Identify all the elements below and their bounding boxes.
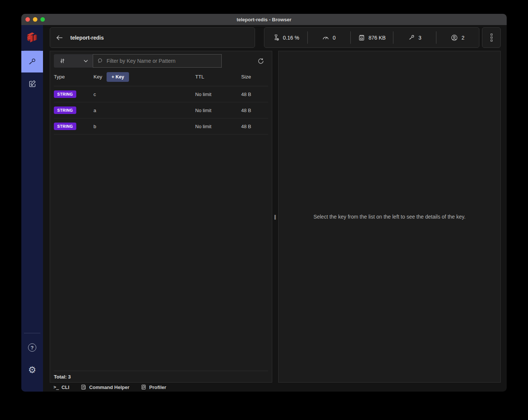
redisinsight-logo[interactable] (25, 30, 39, 45)
key-ttl: No limit (195, 92, 241, 97)
profiler-toggle[interactable]: Profiler (141, 384, 166, 390)
refresh-icon (257, 58, 264, 65)
key-ttl: No limit (195, 124, 241, 129)
key-row[interactable]: STRING c No limit 48 B (54, 86, 268, 102)
instance-title-box: teleport-redis (50, 27, 255, 48)
titlebar: teleport-redis - Browser (21, 14, 507, 25)
empty-selection-message: Select the key from the list on the left… (313, 214, 466, 220)
commands-gauge-icon (322, 34, 329, 41)
key-details-panel: Select the key from the list on the left… (278, 51, 501, 383)
key-size: 48 B (241, 108, 268, 113)
database-stats: 0.16 % 0 (264, 27, 479, 48)
key-type-badge: STRING (54, 106, 76, 114)
redis-logo-icon (25, 31, 39, 45)
chevron-down-icon (83, 59, 88, 64)
sidebar-bottom-divider (24, 333, 40, 333)
total-keys-icon (408, 34, 415, 41)
search-placeholder: Filter by Key Name or Pattern (107, 58, 175, 64)
drag-handle-icon: ∥ (274, 214, 277, 220)
cli-toggle[interactable]: >_ CLI (53, 385, 69, 390)
instance-header: teleport-redis 0.16 % (50, 27, 501, 48)
key-ttl: No limit (195, 108, 241, 113)
column-header-size[interactable]: Size (241, 74, 268, 80)
key-size: 48 B (241, 92, 268, 97)
command-helper-toggle[interactable]: Command Helper (80, 384, 129, 390)
bottom-toolbar: >_ CLI Command Helper (50, 383, 501, 392)
key-row[interactable]: STRING a No limit 48 B (54, 102, 268, 118)
sidebar-item-settings[interactable]: ⚙ (21, 359, 43, 381)
more-options-menu-button[interactable] (482, 27, 501, 48)
key-name: a (93, 108, 195, 113)
gear-icon: ⚙ (28, 365, 36, 374)
memory-icon (358, 34, 365, 41)
column-header-key[interactable]: Key (93, 74, 102, 80)
add-key-button[interactable]: + Key (107, 72, 129, 82)
key-name: c (93, 92, 195, 97)
key-search-input[interactable]: Filter by Key Name or Pattern (93, 54, 222, 68)
key-type-filter-dropdown[interactable] (54, 54, 93, 68)
panel-resize-handle[interactable]: ∥ (272, 51, 278, 383)
column-header-type[interactable]: Type (54, 74, 93, 80)
sidebar: ? ⚙ (21, 25, 43, 392)
key-name: b (93, 124, 195, 129)
key-row[interactable]: STRING b No limit 48 B (54, 118, 268, 135)
filter-sliders-icon (59, 58, 66, 64)
keys-table-header: Type Key + Key TTL Size (54, 68, 268, 86)
connected-clients-icon (451, 34, 458, 41)
sidebar-item-workbench[interactable] (21, 72, 43, 94)
cli-icon: >_ (53, 385, 59, 390)
profiler-icon (141, 384, 147, 390)
keys-list-panel: Filter by Key Name or Pattern Type (50, 51, 272, 383)
key-size: 48 B (241, 124, 268, 129)
edit-icon (28, 79, 37, 88)
column-header-ttl[interactable]: TTL (195, 74, 241, 80)
search-icon (97, 58, 104, 64)
traffic-lights (25, 17, 45, 22)
cpu-usage-icon (273, 34, 280, 41)
help-icon: ? (28, 343, 36, 352)
zoom-window-button[interactable] (40, 17, 45, 22)
window-title: teleport-redis - Browser (237, 17, 292, 22)
sidebar-item-help[interactable]: ? (21, 336, 43, 359)
keys-total-count: Total: 3 (54, 374, 71, 380)
kebab-menu-icon (491, 34, 492, 35)
stat-connected-clients[interactable]: 2 (436, 28, 479, 47)
keys-filter-bar: Filter by Key Name or Pattern (54, 54, 268, 68)
stat-commands-per-sec[interactable]: 0 (307, 28, 350, 47)
stat-total-keys[interactable]: 3 (393, 28, 436, 47)
command-helper-icon (80, 384, 86, 390)
key-type-badge: STRING (54, 123, 76, 130)
minimize-window-button[interactable] (33, 17, 37, 22)
close-window-button[interactable] (25, 17, 30, 22)
key-icon (27, 57, 37, 67)
stat-cpu[interactable]: 0.16 % (264, 28, 307, 47)
refresh-keys-button[interactable] (253, 54, 268, 68)
app-window: teleport-redis - Browser (21, 14, 507, 392)
sidebar-item-browser[interactable] (21, 51, 43, 72)
keys-total-row: Total: 3 (54, 371, 268, 382)
stat-memory[interactable]: 876 KB (350, 28, 393, 47)
database-name: teleport-redis (70, 35, 104, 41)
back-arrow-icon[interactable] (55, 34, 64, 42)
key-type-badge: STRING (54, 90, 76, 98)
